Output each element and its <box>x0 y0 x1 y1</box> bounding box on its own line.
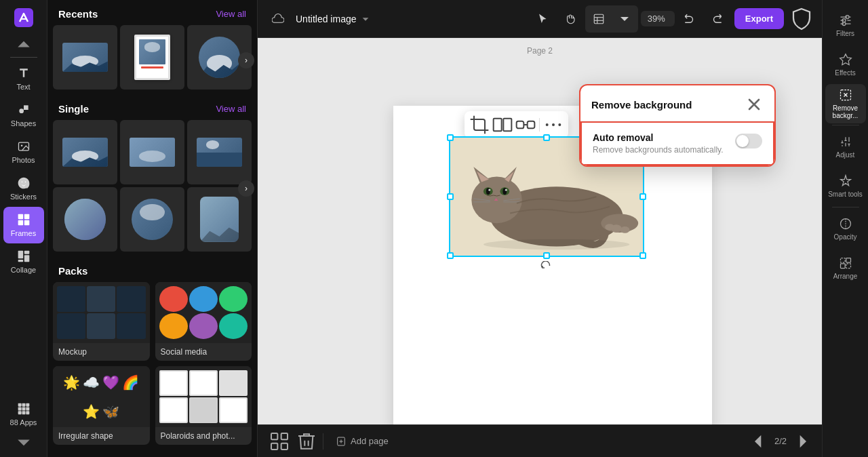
right-tool-filters[interactable]: Filters <box>825 5 866 45</box>
svg-rect-60 <box>281 433 288 439</box>
handle-top-middle[interactable] <box>543 134 550 141</box>
svg-rect-22 <box>22 411 25 414</box>
pointer-tool-btn[interactable] <box>531 7 555 31</box>
sidebar-item-label-apps: 88 Apps <box>10 418 37 426</box>
page-navigation: 2/2 <box>750 432 811 451</box>
opacity-label: Opacity <box>834 233 857 241</box>
handle-middle-right[interactable] <box>639 193 646 200</box>
svg-point-6 <box>24 182 26 183</box>
recents-carousel-next[interactable]: › <box>238 52 254 68</box>
handle-middle-left[interactable] <box>447 193 454 200</box>
single-carousel-next[interactable]: › <box>238 180 254 197</box>
grid-view-btn[interactable] <box>269 431 290 452</box>
sidebar-item-shapes[interactable]: Shapes <box>3 97 44 134</box>
layout-chevron[interactable] <box>612 7 637 31</box>
zoom-control[interactable]: 39% <box>641 11 675 26</box>
right-tool-remove-bg[interactable]: Remove backgr... <box>825 84 866 123</box>
more-btn[interactable] <box>542 114 564 136</box>
delete-btn[interactable] <box>296 431 317 452</box>
sidebar-item-text[interactable]: Text <box>3 60 44 97</box>
single-thumb-3[interactable] <box>187 120 252 184</box>
next-page-btn[interactable] <box>792 432 811 451</box>
crop-btn[interactable] <box>469 114 490 136</box>
recents-header: Recents View all <box>47 0 257 25</box>
svg-rect-18 <box>18 408 21 411</box>
svg-rect-61 <box>271 443 277 449</box>
sidebar-item-frames[interactable]: Frames <box>3 207 44 243</box>
svg-rect-59 <box>271 433 277 439</box>
right-tool-adjust[interactable]: Adjust <box>825 127 866 166</box>
polaroids-thumb <box>155 366 252 427</box>
svg-rect-72 <box>840 258 845 262</box>
svg-rect-11 <box>18 251 23 259</box>
single-thumb-2[interactable] <box>120 120 184 184</box>
right-tool-opacity[interactable]: Opacity <box>825 209 866 248</box>
sidebar-item-photos[interactable]: Photos <box>3 134 44 170</box>
svg-point-4 <box>20 145 22 147</box>
pack-item-mockup[interactable]: Mockup <box>53 282 150 361</box>
recent-thumb-1[interactable] <box>53 25 117 90</box>
auto-removal-toggle[interactable] <box>735 134 762 148</box>
prev-page-btn[interactable] <box>750 432 769 451</box>
svg-rect-24 <box>594 14 604 24</box>
single-thumb-1[interactable] <box>53 120 117 184</box>
handle-bottom-right[interactable] <box>639 252 646 259</box>
svg-rect-19 <box>22 408 25 411</box>
recents-title: Recents <box>58 8 98 20</box>
sidebar-item-collage[interactable]: Collage <box>3 243 44 280</box>
shield-btn[interactable] <box>789 7 814 31</box>
polaroids-label: Polaroids and phot... <box>155 427 252 445</box>
pack-item-social-media[interactable]: Social media <box>155 282 252 361</box>
svg-rect-10 <box>24 220 29 226</box>
export-button[interactable]: Export <box>734 8 784 29</box>
svg-rect-16 <box>22 403 25 407</box>
svg-rect-62 <box>281 443 288 449</box>
layout-btn[interactable] <box>587 7 611 31</box>
flip-btn[interactable] <box>492 114 513 136</box>
add-page-btn[interactable]: Add page <box>329 432 395 451</box>
layout-btn-group <box>585 5 638 33</box>
smart-tools-label: Smart tools <box>828 191 863 198</box>
remove-bg-label: Remove backgr... <box>828 104 863 119</box>
svg-point-45 <box>486 188 490 195</box>
handle-bottom-middle[interactable] <box>543 252 550 259</box>
svg-rect-15 <box>18 403 21 407</box>
recent-thumb-2[interactable] <box>120 25 184 90</box>
svg-point-5 <box>21 182 22 183</box>
chevron-down-btn[interactable] <box>14 433 33 452</box>
sidebar-item-apps[interactable]: 88 Apps <box>3 396 44 433</box>
recents-view-all[interactable]: View all <box>216 9 246 19</box>
effects-label: Effects <box>835 69 855 77</box>
document-title[interactable]: Untitled image <box>296 14 370 24</box>
svg-rect-75 <box>846 263 850 268</box>
svg-rect-14 <box>18 260 23 262</box>
single-thumb-6[interactable] <box>187 187 252 252</box>
page-counter: 2/2 <box>774 436 787 446</box>
single-view-all[interactable]: View all <box>216 104 246 114</box>
canvas-area[interactable]: Page 2 <box>258 38 822 424</box>
svg-point-47 <box>488 189 490 191</box>
single-thumb-5[interactable] <box>120 187 184 252</box>
svg-rect-0 <box>14 8 33 27</box>
right-sidebar: Filters Effects Remove backgr... Adjust … <box>822 0 868 457</box>
sidebar-item-stickers[interactable]: Stickers <box>3 170 44 207</box>
pack-item-irregular[interactable]: 🌟 ☁️ 💜 🌈 ⭐ 🦋 Irregular shape <box>53 366 150 445</box>
right-tool-smart-tools[interactable]: Smart tools <box>825 166 866 205</box>
handle-bottom-left[interactable] <box>447 252 454 259</box>
rotate-handle[interactable] <box>540 261 553 275</box>
handle-top-left[interactable] <box>447 134 454 141</box>
remove-background-popup: Remove background Auto removal Remove ba… <box>579 84 776 167</box>
right-tool-effects[interactable]: Effects <box>825 45 866 84</box>
cloud-save-btn[interactable] <box>266 7 290 31</box>
page-label: Page 2 <box>527 46 553 56</box>
undo-btn[interactable] <box>677 7 702 31</box>
link-btn[interactable] <box>515 114 536 136</box>
single-thumb-4[interactable] <box>53 187 117 252</box>
popup-close-btn[interactable] <box>745 95 764 114</box>
right-tool-arrange[interactable]: Arrange <box>825 248 866 287</box>
pack-item-polaroids[interactable]: Polaroids and phot... <box>155 366 252 445</box>
chevron-up-btn[interactable] <box>14 35 33 54</box>
redo-btn[interactable] <box>705 7 729 31</box>
hand-tool-btn[interactable] <box>558 7 583 31</box>
app-logo <box>12 5 36 30</box>
